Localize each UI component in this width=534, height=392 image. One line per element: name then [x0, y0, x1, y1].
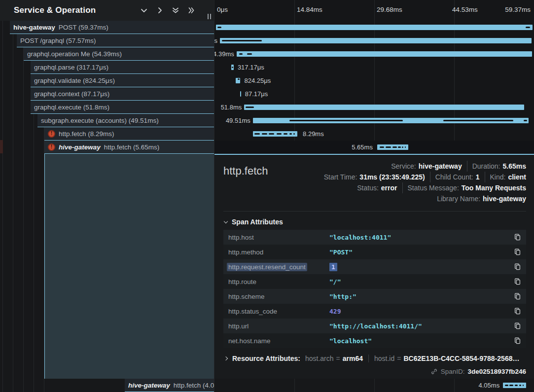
- span-row-parse[interactable]: graphql.parse (317.17μs): [31, 61, 214, 74]
- detail-header: http.fetch Service:hive-gateway Duration…: [223, 161, 526, 204]
- span-attributes-header[interactable]: Span Attributes: [224, 218, 526, 226]
- span-bar[interactable]: [253, 118, 529, 123]
- detail-divider: [223, 211, 526, 212]
- attribute-row: http.method "POST": [223, 245, 526, 259]
- span-bar[interactable]: [220, 38, 532, 43]
- chevron-right-icon: [224, 356, 228, 360]
- span-row-post-graphql[interactable]: POST /graphql (57.57ms): [17, 34, 214, 47]
- attribute-value: "localhost:4011": [329, 234, 514, 241]
- span-row-execute[interactable]: graphql.execute (51.8ms): [31, 101, 214, 114]
- service-name: hive-gateway: [128, 382, 170, 389]
- panel-splitter-handle[interactable]: [208, 14, 211, 19]
- span-row-root[interactable]: hive-gateway POST (59.37ms): [10, 21, 214, 34]
- resource-attributes-row[interactable]: Resource Attributes: host.arch=arm64 hos…: [224, 355, 526, 362]
- timeline-row: 317.17μs: [214, 61, 534, 74]
- copy-button[interactable]: [514, 248, 521, 256]
- expand-all-icon[interactable]: [187, 6, 195, 14]
- meta-value: Too Many Requests: [462, 184, 526, 192]
- chevron-down-icon: [224, 219, 228, 223]
- service-name: hive-gateway: [59, 143, 101, 151]
- span-id-row: SpanID: 3de02518937fb246: [223, 368, 526, 375]
- resource-attr: host.id=BC62E13B-C4CC-5854-9788-2568…: [374, 355, 519, 362]
- meta-label: Status:: [357, 184, 379, 192]
- resource-attributes-title: Resource Attributes:: [232, 355, 300, 362]
- meta-label: Duration:: [472, 162, 500, 170]
- timeline-row: 54.39ms: [214, 47, 534, 61]
- detail-title: http.fetch: [223, 161, 319, 178]
- span-row-operation-me[interactable]: graphql.operation Me (54.39ms): [24, 47, 214, 61]
- operation-name: subgraph.execute (accounts) (49.51ms): [41, 117, 159, 124]
- tree-header-title: Service & Operation: [14, 5, 140, 15]
- duration-label: 51.8ms: [221, 104, 242, 111]
- attribute-value: "http:": [329, 293, 514, 300]
- attribute-row: http.scheme "http:": [223, 289, 526, 304]
- span-bar[interactable]: [216, 25, 533, 30]
- operation-name: POST /graphql (57.57ms): [20, 37, 96, 44]
- span-bar[interactable]: [244, 105, 524, 110]
- meta-label: Child Count:: [435, 173, 473, 181]
- meta-value: 31ms (23:35:49.225): [359, 173, 425, 181]
- meta-label: Service:: [391, 162, 416, 170]
- duration-label: 49.51ms: [226, 117, 250, 124]
- operation-name: http.fetch (4.05ms): [174, 382, 214, 389]
- operation-name: graphql.validate (824.25μs): [34, 77, 115, 84]
- copy-button[interactable]: [514, 322, 521, 330]
- attribute-row-selected: http.request.resend_count 1: [223, 259, 526, 274]
- duration-label: 4.05ms: [479, 382, 500, 389]
- attribute-key: http.url: [228, 322, 329, 330]
- meta-value: hive-gateway: [483, 195, 526, 203]
- axis-tick: 14.84ms: [297, 6, 322, 13]
- span-row-http-fetch-4ms[interactable]: hive-gateway http.fetch (4.05ms): [125, 379, 214, 392]
- operation-name: graphql.operation Me (54.39ms): [27, 50, 122, 58]
- attribute-key: http.method: [228, 249, 329, 256]
- span-row-context[interactable]: graphql.context (87.17μs): [31, 87, 214, 101]
- copy-button[interactable]: [514, 233, 521, 241]
- copy-button[interactable]: [514, 292, 521, 300]
- span-bar[interactable]: [236, 78, 241, 83]
- duration-label: 87.17μs: [245, 90, 268, 98]
- duration-label: 824.25μs: [244, 77, 271, 84]
- timeline-row: 49.51ms: [214, 114, 534, 127]
- error-icon: !: [48, 143, 55, 151]
- meta-value: 1: [476, 173, 480, 181]
- copy-button[interactable]: [514, 278, 521, 285]
- divider: [368, 355, 369, 362]
- span-detail-panel: http.fetch Service:hive-gateway Duration…: [214, 154, 534, 379]
- axis-tick: 59.37ms: [505, 6, 531, 13]
- attribute-row: http.status_code 429: [223, 304, 526, 319]
- span-bar-selected[interactable]: [377, 144, 408, 150]
- expand-one-icon[interactable]: [156, 6, 164, 14]
- axis-tick: 44.53ms: [452, 6, 478, 13]
- attribute-row: http.route "/": [223, 274, 526, 289]
- timeline-row: 824.25μs: [214, 74, 534, 87]
- timeline-rows: 57.57ms 54.39ms 317.17μs: [214, 21, 534, 154]
- span-bar[interactable]: [240, 91, 241, 97]
- span-row-subgraph-execute[interactable]: subgraph.execute (accounts) (49.51ms): [37, 114, 214, 127]
- operation-name: graphql.context (87.17μs): [34, 90, 109, 98]
- meta-value: error: [381, 184, 397, 192]
- attribute-value: "POST": [329, 249, 514, 256]
- copy-button[interactable]: [514, 337, 521, 345]
- collapse-one-icon[interactable]: [140, 6, 148, 14]
- span-bar[interactable]: [231, 65, 234, 70]
- span-bar[interactable]: [503, 383, 526, 388]
- copy-button[interactable]: [514, 307, 521, 315]
- attribute-key: http.request.resend_count: [228, 263, 329, 271]
- span-bar[interactable]: [253, 131, 298, 137]
- timeline-row: 57.57ms: [214, 34, 534, 47]
- span-id-value: 3de02518937fb246: [467, 368, 526, 375]
- span-attributes-table: http.host "localhost:4011" http.method "…: [223, 230, 526, 348]
- duration-label: 317.17μs: [238, 64, 264, 71]
- link-icon[interactable]: [430, 368, 438, 375]
- span-row-http-fetch-5ms-selected[interactable]: ! hive-gateway http.fetch (5.65ms): [44, 141, 214, 154]
- operation-name: graphql.execute (51.8ms): [34, 104, 109, 111]
- duration-label: 5.65ms: [352, 143, 373, 151]
- duration-label: 57.57ms: [214, 37, 217, 44]
- span-row-http-fetch-8ms[interactable]: ! http.fetch (8.29ms): [44, 127, 214, 141]
- meta-label: Library Name:: [437, 195, 480, 203]
- attribute-row: http.url "http://localhost:4011/": [223, 319, 526, 333]
- span-bar[interactable]: [237, 51, 532, 57]
- span-row-validate[interactable]: graphql.validate (824.25μs): [31, 74, 214, 87]
- collapse-all-icon[interactable]: [172, 6, 179, 14]
- copy-button[interactable]: [514, 263, 521, 271]
